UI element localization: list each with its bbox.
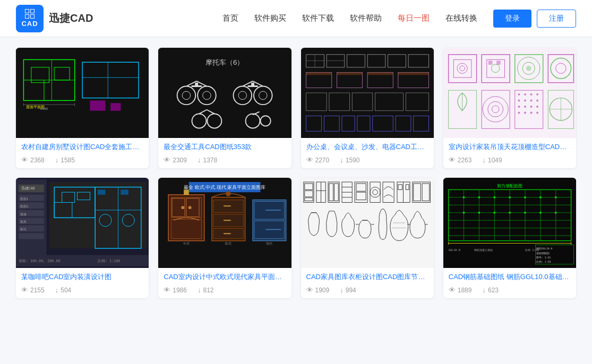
download-icon-6: ↓ <box>198 286 201 294</box>
card-5[interactable]: 迅捷CAD 图层1 图层2 墙体 家具 标注 <box>16 178 149 298</box>
eye-icon-2: 👁 <box>164 156 170 164</box>
logo-icon: CAD <box>16 5 44 32</box>
svg-rect-70 <box>367 73 393 75</box>
svg-point-155 <box>188 206 192 209</box>
card-3[interactable]: 办公桌、会议桌、沙发、电器CAD工装素... 👁 2270 ↓ 1590 <box>301 48 434 168</box>
login-button[interactable]: 登录 <box>493 10 531 28</box>
eye-icon-6: 👁 <box>164 286 170 294</box>
svg-text:欧式: 欧式 <box>225 242 231 246</box>
svg-rect-34 <box>251 83 254 87</box>
views-2: 👁 2309 <box>164 156 187 164</box>
nav-daily[interactable]: 每日一图 <box>398 13 430 23</box>
svg-text:6000: 6000 <box>40 107 48 110</box>
svg-point-98 <box>530 93 532 96</box>
eye-icon-5: 👁 <box>21 286 28 294</box>
svg-point-232 <box>539 196 542 198</box>
svg-rect-156 <box>184 190 189 195</box>
register-button[interactable]: 注册 <box>537 10 576 28</box>
nav-download[interactable]: 软件下载 <box>302 13 334 23</box>
card-stats-8: 👁 1889 ↓ 623 <box>449 286 571 294</box>
svg-text:墙体: 墙体 <box>20 213 27 216</box>
downloads-7: ↓ 994 <box>340 286 356 294</box>
card-2[interactable]: 摩托车（6） <box>158 48 291 168</box>
svg-text:标注: 标注 <box>20 228 27 231</box>
nav-buy[interactable]: 软件购买 <box>254 13 286 23</box>
card-8[interactable]: 剪力墙配筋图 <box>443 178 576 298</box>
card-title-5: 某咖啡吧CAD室内装潢设计图 <box>21 272 143 282</box>
card-info-5: 某咖啡吧CAD室内装潢设计图 👁 2155 ↓ 504 <box>16 268 149 298</box>
svg-rect-71 <box>398 73 428 75</box>
download-icon-7: ↓ <box>340 286 344 294</box>
downloads-4: ↓ 1049 <box>482 156 502 164</box>
eye-icon-3: 👁 <box>306 156 313 164</box>
svg-text:家具: 家具 <box>20 220 27 223</box>
downloads-6: ↓ 812 <box>198 286 214 294</box>
svg-point-239 <box>539 212 542 214</box>
card-title-2: 最全交通工具CAD图纸353款 <box>164 142 286 152</box>
nav-home[interactable]: 首页 <box>222 13 238 23</box>
svg-text:现代: 现代 <box>266 242 272 246</box>
svg-rect-124 <box>19 233 44 239</box>
svg-text:图层2: 图层2 <box>20 205 28 208</box>
svg-point-105 <box>524 106 526 108</box>
svg-text:最全 欧式.中式.现代 家具平面立面图库: 最全 欧式.中式.现代 家具平面立面图库 <box>184 185 266 190</box>
download-icon-1: ↓ <box>55 156 59 164</box>
svg-text:GGL10.0: GGL10.0 <box>448 248 460 252</box>
downloads-1: ↓ 1585 <box>55 156 75 164</box>
downloads-5: ↓ 504 <box>55 286 72 294</box>
card-6[interactable]: 最全 欧式.中式.现代 家具平面立面图库 <box>158 178 291 298</box>
main-content: 屋面平面图 6000 农村自建房别墅设计图CAD全套施工图纸... 👁 2 <box>0 37 592 309</box>
nav-help[interactable]: 软件帮助 <box>350 13 382 23</box>
eye-icon-7: 👁 <box>306 286 313 294</box>
svg-rect-81 <box>496 60 501 65</box>
svg-text:基础墙配筋: 基础墙配筋 <box>536 252 550 255</box>
svg-point-85 <box>526 66 531 71</box>
svg-text:比例: 1:50: 比例: 1:50 <box>536 260 551 263</box>
svg-point-110 <box>530 112 532 114</box>
download-icon-5: ↓ <box>55 286 59 294</box>
svg-point-96 <box>518 93 520 96</box>
svg-text:摩托车（6）: 摩托车（6） <box>205 58 244 66</box>
card-grid: 屋面平面图 6000 农村自建房别墅设计图CAD全套施工图纸... 👁 2 <box>16 48 576 298</box>
views-3: 👁 2270 <box>306 156 330 164</box>
svg-rect-69 <box>337 73 362 75</box>
svg-text:图号: S-01: 图号: S-01 <box>536 257 551 259</box>
eye-icon-1: 👁 <box>21 156 28 164</box>
views-8: 👁 1889 <box>449 286 472 294</box>
card-title-1: 农村自建房别墅设计图CAD全套施工图纸... <box>21 142 143 152</box>
svg-point-100 <box>518 100 520 102</box>
card-thumb-7 <box>301 178 434 268</box>
card-stats-7: 👁 1909 ↓ 994 <box>306 286 428 294</box>
svg-text:钢筋混凝土基础: 钢筋混凝土基础 <box>474 248 493 252</box>
svg-point-107 <box>536 106 538 108</box>
download-icon-8: ↓ <box>482 286 486 294</box>
svg-point-236 <box>493 212 495 214</box>
card-thumb-2: 摩托车（6） <box>158 48 291 138</box>
svg-point-227 <box>462 196 465 198</box>
nav-convert[interactable]: 在线转换 <box>445 13 477 23</box>
card-title-3: 办公桌、会议桌、沙发、电器CAD工装素... <box>306 142 428 152</box>
card-thumb-6: 最全 欧式.中式.现代 家具平面立面图库 <box>158 178 291 268</box>
downloads-2: ↓ 1378 <box>198 156 217 164</box>
card-thumb-4 <box>443 48 576 138</box>
card-4[interactable]: 室内设计家装吊顶天花顶棚造型CAD图库... 👁 2263 ↓ 1049 <box>443 48 576 168</box>
brand-name: 迅捷CAD <box>49 11 93 25</box>
card-info-2: 最全交通工具CAD图纸353款 👁 2309 ↓ 1378 <box>158 138 291 168</box>
downloads-3: ↓ 1590 <box>340 156 359 164</box>
views-6: 👁 1986 <box>164 286 187 294</box>
card-title-6: CAD室内设计中式欧式现代家具平面立面... <box>164 272 286 282</box>
card-7[interactable]: CAD家具图库衣柜设计图CAD图库节点结... 👁 1909 ↓ 994 <box>301 178 434 298</box>
svg-point-233 <box>555 196 557 198</box>
eye-icon-8: 👁 <box>449 286 456 294</box>
card-title-7: CAD家具图库衣柜设计图CAD图库节点结... <box>306 272 428 282</box>
svg-point-235 <box>478 212 480 214</box>
svg-point-111 <box>536 112 538 114</box>
svg-rect-26 <box>195 83 199 87</box>
svg-point-154 <box>182 206 185 209</box>
card-1[interactable]: 屋面平面图 6000 农村自建房别墅设计图CAD全套施工图纸... 👁 2 <box>16 48 149 168</box>
card-stats-5: 👁 2155 ↓ 504 <box>21 286 143 294</box>
svg-text:比例: 1:100: 比例: 1:100 <box>98 259 120 263</box>
svg-rect-68 <box>306 73 331 75</box>
download-icon-2: ↓ <box>198 156 201 164</box>
card-info-8: CAD钢筋基础图纸 钢筋GGL10.0基础墙... 👁 1889 ↓ 623 <box>443 268 576 298</box>
